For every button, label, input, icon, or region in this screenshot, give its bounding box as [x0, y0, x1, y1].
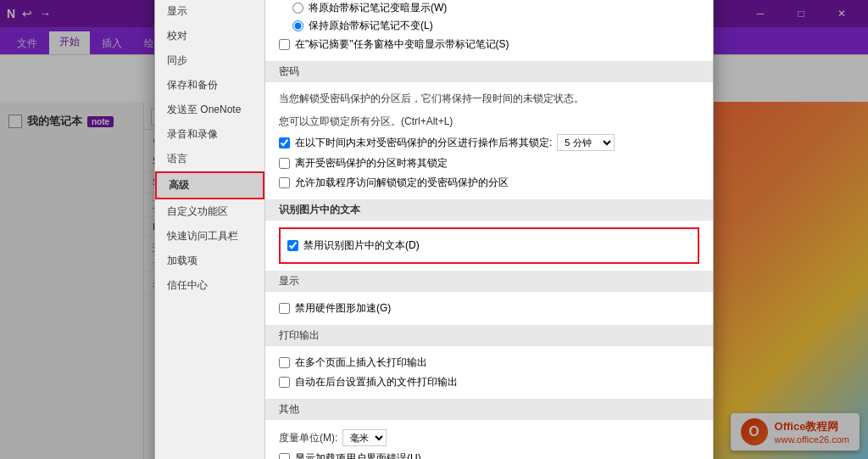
minutes-row: 在以下时间内未对受密码保护的分区进行操作后将其锁定: 5 分钟 1 分钟 2 分… [279, 132, 699, 154]
checkbox-allow-decrypt-label: 允许加载程序访问解锁锁定的受密码保护的分区 [295, 176, 509, 190]
checkbox-lock-leave-row: 离开受密码保护的分区时将其锁定 [279, 154, 699, 173]
radio-item-keep: 保持原始带标记笔记不变(L) [292, 17, 699, 35]
checkbox-toc[interactable] [279, 39, 290, 50]
sidebar-sync[interactable]: 同步 [155, 48, 264, 73]
sidebar-proofing[interactable]: 校对 [155, 24, 264, 48]
radio-keep-label: 保持原始带标记笔记不变(L) [309, 19, 433, 33]
checkbox-hw-row: 禁用硬件图形加速(G) [279, 299, 699, 318]
checkbox-toc-label: 在"标记摘要"任务窗格中变暗显示带标记笔记(S) [295, 37, 509, 52]
modal-overlay: OneNote 选项 ? ✕ 常规 显示 校对 同步 保存和备份 发送至 One… [0, 0, 868, 459]
measurement-select[interactable]: 毫米 厘米 英寸 [342, 429, 387, 446]
image-recognition-header: 识别图片中的文本 [265, 199, 713, 221]
checkbox-hw-label: 禁用硬件图形加速(G) [295, 301, 391, 316]
checkbox-load-error-label: 显示加载项用户界面错误(U) [295, 451, 421, 459]
sidebar-language[interactable]: 语言 [155, 147, 264, 171]
checkbox-enable-ocr[interactable] [287, 240, 298, 251]
radio-keep[interactable] [292, 20, 303, 31]
sidebar-advanced[interactable]: 高级 [155, 171, 264, 199]
checkbox-load-error-row: 显示加载项用户界面错误(U) [279, 449, 699, 459]
checkbox-disable-hw[interactable] [279, 303, 290, 314]
sidebar-save-backup[interactable]: 保存和备份 [155, 73, 264, 98]
checkbox-lock-leave-label: 离开受密码保护的分区时将其锁定 [295, 156, 448, 171]
checkbox-print-auto-row: 自动在后台设置插入的文件打印输出 [279, 372, 699, 392]
radio-group: 将原始带标记笔记变暗显示(W) 保持原始带标记笔记不变(L) [279, 0, 699, 35]
onenote-window: N ↩ → ─ □ ✕ 文件 开始 插入 绘图 我的笔记本 note [0, 0, 868, 459]
checkbox-print-auto-label: 自动在后台设置插入的文件打印输出 [295, 375, 458, 389]
checkbox-print-long-label: 在多个页面上插入长打印输出 [295, 355, 427, 370]
minutes-label: 在以下时间内未对受密码保护的分区进行操作后将其锁定: [295, 136, 552, 150]
checkbox-ocr-row: 禁用识别图片中的文本(D) [287, 236, 691, 255]
display-section-header: 显示 [265, 271, 713, 292]
options-dialog: OneNote 选项 ? ✕ 常规 显示 校对 同步 保存和备份 发送至 One… [154, 0, 714, 459]
sidebar-customize[interactable]: 自定义功能区 [155, 199, 264, 224]
checkbox-ocr-label: 禁用识别图片中的文本(D) [303, 238, 420, 253]
password-sub-desc: 您可以立即锁定所有分区。(Ctrl+Alt+L) [279, 112, 699, 132]
sidebar-send-to[interactable]: 发送至 OneNote [155, 98, 264, 122]
print-section-header: 打印输出 [265, 325, 713, 346]
sidebar-trust[interactable]: 信任中心 [155, 273, 264, 298]
radio-item-new: 将原始带标记笔记变暗显示(W) [292, 0, 699, 17]
minutes-select[interactable]: 5 分钟 1 分钟 2 分钟 10 分钟 15 分钟 [557, 134, 615, 151]
checkbox-toc-row: 在"标记摘要"任务窗格中变暗显示带标记笔记(S) [279, 35, 699, 54]
other-section-header: 其他 [265, 399, 713, 420]
checkbox-lock-leave[interactable] [279, 158, 290, 169]
checkbox-print-long-row: 在多个页面上插入长打印输出 [279, 353, 699, 372]
image-recognition-label: 识别图片中的文本 [279, 204, 360, 216]
dialog-sidebar: 常规 显示 校对 同步 保存和备份 发送至 OneNote 录音和录像 语言 高… [155, 0, 265, 459]
checkbox-allow-decrypt[interactable] [279, 177, 290, 188]
measurement-row: 度量单位(M): 毫米 厘米 英寸 [279, 427, 699, 449]
checkbox-lock-minutes[interactable] [279, 137, 290, 148]
dialog-content: 使用"标记摘要"任务窗格创建摘要页时: 将原始带标记笔记变暗显示(W) 保持原始… [265, 0, 713, 459]
checkbox-allow-decrypt-row: 允许加载程序访问解锁锁定的受密码保护的分区 [279, 173, 699, 193]
dialog-body: 常规 显示 校对 同步 保存和备份 发送至 OneNote 录音和录像 语言 高… [155, 0, 713, 459]
password-desc: 当您解锁受密码保护的分区后，它们将保持一段时间的未锁定状态。 [279, 89, 699, 109]
checkbox-load-error[interactable] [279, 453, 290, 459]
image-recognition-highlight: 禁用识别图片中的文本(D) [279, 227, 699, 264]
radio-new-label: 将原始带标记笔记变暗显示(W) [309, 1, 447, 15]
radio-new[interactable] [292, 3, 303, 14]
sidebar-display[interactable]: 显示 [155, 0, 264, 24]
measurement-label: 度量单位(M): [279, 431, 337, 445]
sidebar-addins[interactable]: 加载项 [155, 249, 264, 273]
checkbox-print-long[interactable] [279, 357, 290, 368]
sidebar-audio[interactable]: 录音和录像 [155, 122, 264, 147]
sidebar-quick-access[interactable]: 快速访问工具栏 [155, 224, 264, 249]
checkbox-print-auto[interactable] [279, 377, 290, 388]
password-section-header: 密码 [265, 61, 713, 82]
